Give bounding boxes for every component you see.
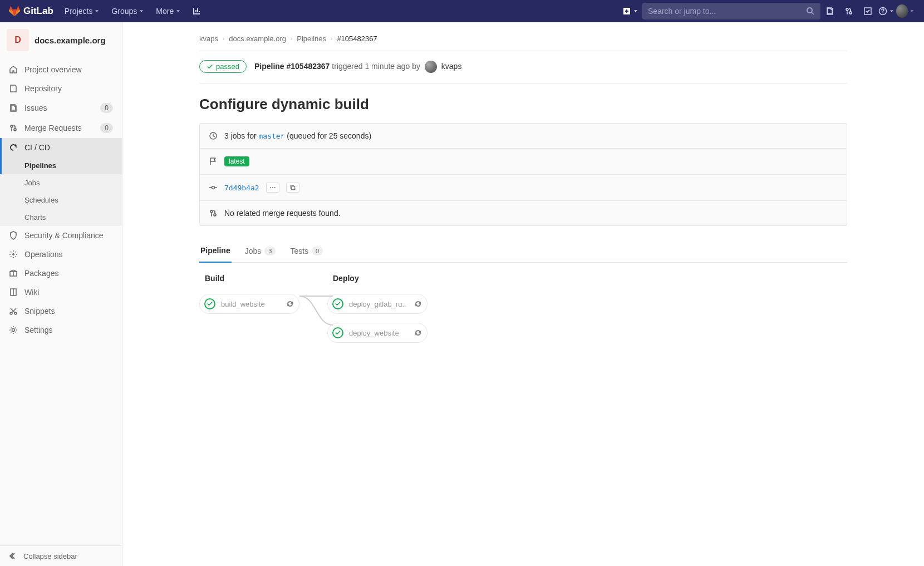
sidebar-item-label: Merge Requests	[24, 124, 94, 132]
pipeline-graph: Build build_website Deploy deploy_gitlab…	[199, 263, 847, 365]
issues-count-badge: 0	[100, 103, 113, 113]
pipeline-header: passed Pipeline #105482367 triggered 1 m…	[199, 51, 847, 83]
wiki-icon	[9, 288, 18, 297]
chevron-down-icon	[888, 8, 895, 14]
chevron-down-icon	[632, 8, 639, 14]
tab-pipeline[interactable]: Pipeline	[199, 239, 232, 263]
cicd-icon	[9, 143, 18, 152]
well-row-latest: latest	[200, 149, 847, 175]
breadcrumb-pipelines[interactable]: Pipelines	[297, 35, 326, 43]
sidebar-item-label: Settings	[24, 326, 113, 334]
breadcrumb-current: #105482367	[337, 35, 377, 43]
sidebar-item-label: Snippets	[24, 307, 113, 316]
commit-more-button[interactable]	[266, 183, 279, 193]
sidebar-sub-jobs[interactable]: Jobs	[0, 174, 122, 191]
ellipsis-icon	[269, 184, 276, 191]
mr-count-badge: 0	[100, 123, 113, 133]
retry-icon[interactable]	[414, 299, 422, 308]
sidebar-item-wiki[interactable]: Wiki	[0, 283, 122, 302]
sidebar-sub-pipelines[interactable]: Pipelines	[0, 157, 122, 174]
flag-icon	[209, 157, 218, 166]
pipeline-tabs: Pipeline Jobs 3 Tests 0	[199, 239, 847, 263]
help-dropdown[interactable]	[877, 0, 896, 22]
sidebar-item-label: CI / CD	[24, 143, 113, 152]
sidebar-item-cicd[interactable]: CI / CD	[0, 138, 122, 157]
nav-projects[interactable]: Projects	[59, 0, 106, 22]
job-deploy-website[interactable]: deploy_website	[327, 323, 427, 343]
breadcrumb-sep: ›	[223, 36, 224, 42]
app-name: GitLab	[23, 6, 53, 17]
topbar: GitLab Projects Groups More	[0, 0, 924, 22]
sidebar-item-settings[interactable]: Settings	[0, 321, 122, 339]
todos-shortcut[interactable]	[858, 0, 877, 22]
jobs-count: 3	[264, 247, 276, 255]
jobs-prefix: 3 jobs for	[224, 131, 258, 140]
search-input[interactable]	[648, 7, 806, 16]
job-build-website[interactable]: build_website	[199, 294, 299, 314]
sidebar-item-label: Project overview	[24, 65, 113, 74]
pipeline-title: Configure dynamic build	[199, 83, 847, 123]
sidebar-item-label: Wiki	[24, 288, 113, 297]
copy-sha-button[interactable]	[286, 183, 299, 193]
stage-deploy: Deploy deploy_gitlab_ru.. deploy_website	[327, 274, 427, 343]
job-name: deploy_gitlab_ru..	[349, 300, 408, 308]
merge-request-icon	[209, 209, 218, 218]
check-icon	[335, 301, 341, 307]
nav-more-label: More	[156, 7, 174, 16]
issues-shortcut[interactable]	[820, 0, 839, 22]
sidebar-sub-charts[interactable]: Charts	[0, 209, 122, 226]
status-badge: passed	[199, 60, 247, 73]
breadcrumb-sep: ›	[291, 36, 292, 42]
sidebar-item-snippets[interactable]: Snippets	[0, 302, 122, 321]
job-name: deploy_website	[349, 329, 408, 337]
retry-icon[interactable]	[286, 299, 294, 308]
sidebar-sub-schedules[interactable]: Schedules	[0, 191, 122, 209]
snippets-icon	[9, 307, 18, 316]
shield-icon	[9, 231, 18, 240]
pipeline-info-well: 3 jobs for master (queued for 25 seconds…	[199, 123, 847, 226]
sidebar-item-operations[interactable]: Operations	[0, 245, 122, 264]
sidebar-item-merge-requests[interactable]: Merge Requests 0	[0, 118, 122, 138]
repo-icon	[9, 84, 18, 93]
new-dropdown[interactable]	[622, 7, 639, 16]
search-box[interactable]	[642, 3, 820, 19]
project-name: docs.example.org	[35, 36, 106, 45]
merge-requests-shortcut[interactable]	[839, 0, 858, 22]
sidebar-item-security[interactable]: Security & Compliance	[0, 226, 122, 245]
gear-icon	[9, 326, 18, 334]
latest-badge: latest	[224, 156, 249, 166]
copy-icon	[289, 184, 296, 191]
branch-link[interactable]: master	[258, 132, 284, 140]
job-deploy-gitlab-ru[interactable]: deploy_gitlab_ru..	[327, 294, 427, 314]
nav-more[interactable]: More	[150, 0, 187, 22]
project-avatar: D	[7, 29, 29, 51]
retry-icon[interactable]	[414, 328, 422, 337]
chevron-down-icon	[175, 8, 181, 14]
commit-sha-link[interactable]: 7d49b4a2	[224, 184, 259, 192]
user-avatar-icon	[896, 4, 908, 18]
chevron-down-icon	[909, 8, 915, 14]
user-menu[interactable]	[896, 0, 915, 22]
tab-jobs[interactable]: Jobs 3	[244, 239, 277, 262]
sidebar-item-packages[interactable]: Packages	[0, 264, 122, 283]
sidebar-item-issues[interactable]: Issues 0	[0, 98, 122, 118]
gitlab-logo[interactable]: GitLab	[9, 6, 53, 17]
breadcrumb-sep: ›	[331, 36, 332, 42]
sidebar-item-overview[interactable]: Project overview	[0, 60, 122, 79]
pipeline-info: Pipeline #105482367 triggered 1 minute a…	[254, 61, 461, 73]
operations-icon	[9, 250, 18, 259]
breadcrumb-repo[interactable]: docs.example.org	[229, 35, 286, 43]
stage-name: Build	[199, 274, 299, 283]
nav-groups-label: Groups	[111, 7, 137, 16]
home-icon	[9, 65, 18, 74]
activity-icon[interactable]	[187, 0, 206, 22]
triggerer-link[interactable]: kvaps	[441, 61, 462, 70]
main-content: kvaps › docs.example.org › Pipelines › #…	[122, 0, 924, 374]
sidebar-item-repository[interactable]: Repository	[0, 79, 122, 98]
nav-groups[interactable]: Groups	[106, 0, 150, 22]
project-header[interactable]: D docs.example.org	[0, 22, 122, 58]
breadcrumb-owner[interactable]: kvaps	[199, 35, 218, 43]
tab-tests[interactable]: Tests 0	[289, 239, 324, 262]
tab-label: Jobs	[245, 247, 262, 255]
job-name: build_website	[221, 300, 280, 308]
